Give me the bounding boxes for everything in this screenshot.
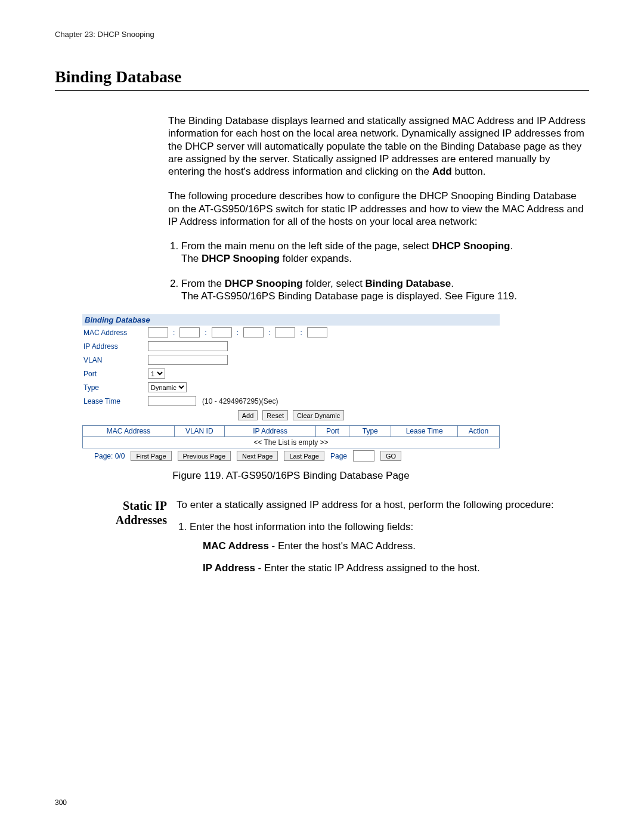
mac-input-6[interactable] xyxy=(307,327,327,337)
lease-input[interactable] xyxy=(148,396,196,406)
previous-page-button[interactable]: Previous Page xyxy=(178,451,231,461)
page-title: Binding Database xyxy=(55,67,589,86)
page-number: 300 xyxy=(55,798,67,807)
text-bold: DHCP Snooping xyxy=(225,278,303,289)
text-bold: DHCP Snooping xyxy=(432,240,510,252)
pager: Page: 0/0 First Page Previous Page Next … xyxy=(82,448,500,462)
text: From the main menu on the left side of t… xyxy=(181,240,432,252)
mac-input-2[interactable] xyxy=(179,327,200,337)
port-label: Port xyxy=(83,370,144,378)
next-page-button[interactable]: Next Page xyxy=(237,451,278,461)
empty-cell: << The List is empty >> xyxy=(83,437,500,448)
step-2-sub: The AT-GS950/16PS Binding Database page … xyxy=(181,290,589,302)
text-bold: DHCP Snooping xyxy=(202,253,280,264)
type-select[interactable]: Dynamic xyxy=(148,382,187,392)
mac-input-4[interactable] xyxy=(243,327,264,337)
th-port: Port xyxy=(316,426,349,437)
lease-hint: (10 - 4294967295)(Sec) xyxy=(202,397,278,405)
text: . xyxy=(451,278,454,289)
th-ip: IP Address xyxy=(224,426,316,437)
port-select[interactable]: 1 xyxy=(148,368,165,379)
type-label: Type xyxy=(83,383,144,392)
ui-title: Binding Database xyxy=(82,314,500,326)
go-button[interactable]: GO xyxy=(380,451,401,461)
side-heading-line1: Static IP xyxy=(123,499,167,512)
body-column: The Binding Database displays learned an… xyxy=(168,114,589,302)
text-bold: IP Address xyxy=(203,562,255,574)
vlan-row: VLAN xyxy=(82,353,500,367)
vlan-input[interactable] xyxy=(148,355,228,365)
chapter-header: Chapter 23: DHCP Snooping xyxy=(55,30,589,39)
text: - Enter the host's MAC Address. xyxy=(269,540,416,552)
table-header-row: MAC Address VLAN ID IP Address Port Type… xyxy=(83,426,500,437)
text: The Binding Database displays learned an… xyxy=(168,115,586,177)
static-intro: To enter a statically assigned IP addres… xyxy=(177,498,589,511)
binding-table: MAC Address VLAN ID IP Address Port Type… xyxy=(82,425,500,448)
mac-row: MAC Address : : : : : xyxy=(82,326,500,339)
lease-row: Lease Time (10 - 4294967295)(Sec) xyxy=(82,394,500,408)
side-body: To enter a statically assigned IP addres… xyxy=(177,498,589,584)
intro-paragraph-2: The following procedure describes how to… xyxy=(168,190,589,228)
table-empty-row: << The List is empty >> xyxy=(83,437,500,448)
figure-caption: Figure 119. AT-GS950/16PS Binding Databa… xyxy=(82,470,500,482)
first-page-button[interactable]: First Page xyxy=(131,451,171,461)
text-bold: MAC Address xyxy=(203,540,269,552)
binding-database-ui: Binding Database MAC Address : : : : : I… xyxy=(82,314,500,462)
static-ip-section: Static IP Addresses To enter a staticall… xyxy=(103,498,589,584)
field-mac: MAC Address - Enter the host's MAC Addre… xyxy=(203,540,589,552)
mac-input-5[interactable] xyxy=(275,327,295,337)
ip-input[interactable] xyxy=(148,341,228,351)
intro-paragraph-1: The Binding Database displays learned an… xyxy=(168,114,589,178)
ip-label: IP Address xyxy=(83,342,144,351)
step-2: From the DHCP Snooping folder, select Bi… xyxy=(181,277,589,303)
text: button. xyxy=(452,166,486,177)
step-1-sub: The DHCP Snooping folder expands. xyxy=(181,252,589,265)
mac-input-1[interactable] xyxy=(148,327,168,337)
text: . xyxy=(510,240,513,252)
steps-list: From the main menu on the left side of t… xyxy=(168,240,589,302)
type-row: Type Dynamic xyxy=(82,380,500,394)
document-page: Chapter 23: DHCP Snooping Binding Databa… xyxy=(0,0,644,833)
colon: : xyxy=(299,329,303,337)
button-row: Add Reset Clear Dynamic xyxy=(82,408,500,425)
th-lease: Lease Time xyxy=(391,426,458,437)
colon: : xyxy=(172,329,176,337)
ip-row: IP Address xyxy=(82,339,500,353)
lease-label: Lease Time xyxy=(83,397,144,405)
colon: : xyxy=(203,329,208,337)
colon: : xyxy=(267,329,271,337)
text-bold: Add xyxy=(432,166,452,177)
clear-dynamic-button[interactable]: Clear Dynamic xyxy=(293,410,344,420)
last-page-button[interactable]: Last Page xyxy=(284,451,324,461)
port-row: Port 1 xyxy=(82,367,500,380)
title-rule xyxy=(55,90,589,91)
page-info: Page: 0/0 xyxy=(94,452,125,460)
page-label: Page xyxy=(330,452,347,460)
text: The xyxy=(181,253,202,264)
step-1: From the main menu on the left side of t… xyxy=(181,240,589,265)
reset-button[interactable]: Reset xyxy=(262,410,288,420)
static-steps: Enter the host information into the foll… xyxy=(177,521,589,574)
side-heading-line2: Addresses xyxy=(116,513,167,527)
th-mac: MAC Address xyxy=(83,426,175,437)
side-heading: Static IP Addresses xyxy=(103,498,167,527)
th-action: Action xyxy=(458,426,500,437)
mac-label: MAC Address xyxy=(83,329,144,337)
text: - Enter the static IP Address assigned t… xyxy=(255,562,480,574)
th-type: Type xyxy=(349,426,391,437)
text-bold: Binding Database xyxy=(366,278,451,289)
static-step-1: Enter the host information into the foll… xyxy=(190,521,589,574)
vlan-label: VLAN xyxy=(83,356,144,364)
field-ip: IP Address - Enter the static IP Address… xyxy=(203,562,589,574)
text: folder expands. xyxy=(280,253,352,264)
mac-input-3[interactable] xyxy=(212,327,232,337)
text: From the xyxy=(181,278,225,289)
text: Enter the host information into the foll… xyxy=(190,521,413,532)
th-vlan: VLAN ID xyxy=(174,426,224,437)
page-input[interactable] xyxy=(353,450,374,462)
text: folder, select xyxy=(303,278,366,289)
add-button[interactable]: Add xyxy=(238,410,258,420)
colon: : xyxy=(236,329,240,337)
